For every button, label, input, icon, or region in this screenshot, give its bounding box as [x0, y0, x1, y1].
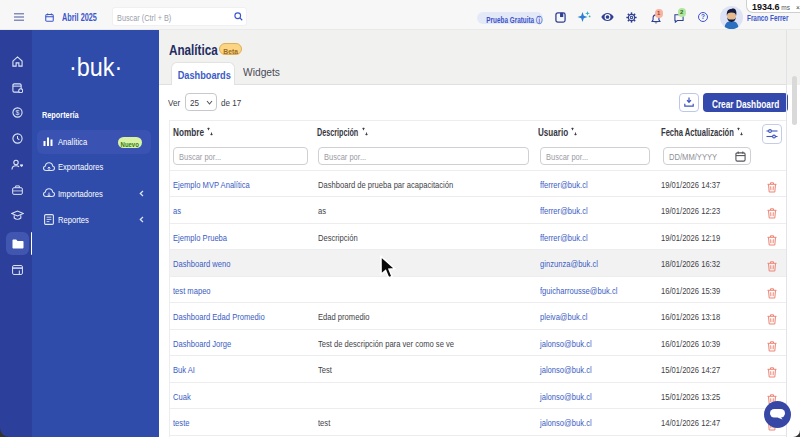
svg-text:$: $: [16, 109, 20, 116]
